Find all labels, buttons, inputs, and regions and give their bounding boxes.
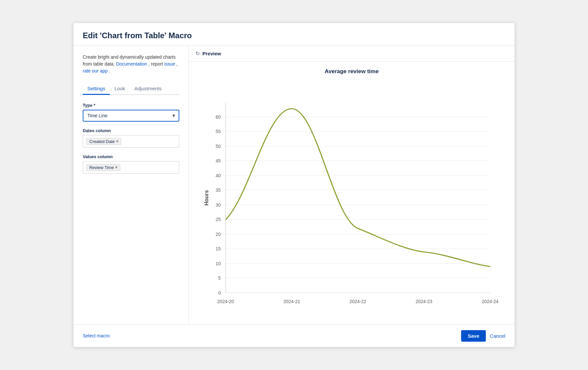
dates-column-tag: Created Date × [86,138,121,145]
issue-link[interactable]: issue [164,61,175,67]
svg-text:5: 5 [218,276,221,281]
values-column-input[interactable]: Review Time × [83,161,179,174]
documentation-link[interactable]: Documentation [116,61,147,67]
type-label: Type * [83,103,179,108]
svg-text:2024-20: 2024-20 [217,299,234,304]
svg-text:2024-21: 2024-21 [283,299,300,304]
dialog-body: Create bright and dynamically updated ch… [74,46,514,324]
dialog-header: Edit 'Chart from Table' Macro [74,23,514,46]
svg-text:2024-23: 2024-23 [416,299,432,304]
preview-label: Preview [202,51,221,56]
dates-column-remove-icon[interactable]: × [116,139,118,144]
dialog-footer: Select macro Save Cancel [74,325,514,347]
dialog-title: Edit 'Chart from Table' Macro [83,31,505,40]
save-button[interactable]: Save [461,330,486,342]
svg-text:50: 50 [216,144,221,149]
svg-text:55: 55 [216,129,221,134]
select-macro-link[interactable]: Select macro [83,333,110,338]
values-column-tag: Review Time × [86,164,120,171]
values-column-tag-text: Review Time [89,165,114,170]
refresh-icon: ↻ [195,50,200,57]
svg-text:2024-24: 2024-24 [482,299,499,304]
rate-link[interactable]: rate our app [83,68,108,73]
svg-text:2024-22: 2024-22 [350,299,367,304]
svg-text:0: 0 [218,291,221,296]
description-text4: . [109,68,110,73]
svg-text:40: 40 [216,173,221,178]
type-select[interactable]: Time Line Bar Line Pie Area [83,110,179,122]
edit-macro-dialog: Edit 'Chart from Table' Macro Create bri… [73,23,515,347]
svg-text:20: 20 [216,232,221,237]
chart-title: Average review time [195,68,508,75]
description-text: Create bright and dynamically updated ch… [83,54,179,74]
svg-text:Hours: Hours [203,190,209,206]
type-select-wrapper: Time Line Bar Line Pie Area ▼ [83,110,179,122]
footer-actions: Save Cancel [461,330,505,342]
settings-tabs: Settings Look Adjustments [83,83,179,95]
description-text3: , [176,61,178,67]
values-column-field-group: Values column Review Time × [83,154,179,174]
description-text2: , report [148,61,164,67]
tab-adjustments[interactable]: Adjustments [130,83,166,95]
chart-container: Hours 0 5 10 [195,78,508,318]
values-column-remove-icon[interactable]: × [115,165,117,170]
preview-header: ↻ Preview [189,46,514,62]
dates-column-field-group: Dates column Created Date × [83,128,179,148]
chart-area: Average review time Hours 0 5 [189,62,514,324]
type-field-group: Type * Time Line Bar Line Pie Area ▼ [83,103,179,122]
dates-column-label: Dates column [83,128,179,133]
svg-text:45: 45 [216,158,221,163]
svg-text:30: 30 [216,203,221,208]
values-column-label: Values column [83,154,179,159]
svg-text:15: 15 [216,246,221,251]
svg-text:35: 35 [216,188,221,193]
right-panel: ↻ Preview Average review time Hours 0 [189,46,514,324]
svg-text:60: 60 [216,115,221,120]
chart-svg: Hours 0 5 10 [195,78,508,318]
tab-look[interactable]: Look [110,83,130,95]
dates-column-input[interactable]: Created Date × [83,135,179,148]
dates-column-tag-text: Created Date [89,139,115,144]
left-panel: Create bright and dynamically updated ch… [74,46,189,324]
svg-text:10: 10 [216,261,221,266]
tab-settings[interactable]: Settings [83,83,110,95]
svg-text:25: 25 [216,217,221,222]
cancel-button[interactable]: Cancel [490,333,505,339]
